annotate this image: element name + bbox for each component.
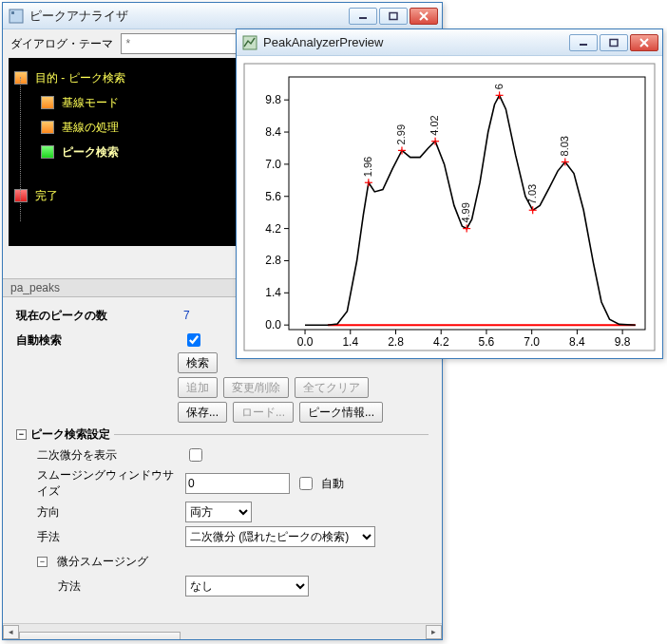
minimize-button[interactable] — [349, 8, 377, 25]
smooth-auto-label: 自動 — [321, 476, 344, 492]
show-2nd-deriv-checkbox[interactable] — [189, 448, 202, 462]
close-button[interactable] — [410, 8, 438, 25]
tree-node-icon — [41, 121, 54, 134]
svg-text:0.0: 0.0 — [297, 335, 314, 349]
svg-text:9.8: 9.8 — [265, 93, 281, 106]
svg-text:1.4: 1.4 — [342, 335, 358, 349]
svg-text:1.96: 1.96 — [362, 157, 373, 177]
deriv-smoothing-label: 微分スムージング — [57, 554, 148, 570]
group-peak-search-settings: ピーク検索設定 — [30, 426, 110, 443]
svg-text:5.6: 5.6 — [479, 335, 495, 349]
method-select[interactable]: 二次微分 (隠れたピークの検索) — [185, 526, 375, 547]
minimize-button[interactable] — [569, 34, 598, 51]
tree-peak-search[interactable]: ピーク検索 — [62, 144, 119, 161]
svg-rect-3 — [390, 12, 397, 19]
auto-search-checkbox[interactable] — [187, 333, 200, 347]
app-icon — [9, 9, 24, 24]
scroll-right-arrow[interactable]: ▸ — [426, 625, 442, 639]
svg-rect-11 — [244, 64, 655, 350]
peak-count-label: 現在のピークの数 — [16, 308, 178, 324]
peak-preview-window: PeakAnalyzerPreview 0.01.42.84.25.67.08.… — [236, 28, 663, 359]
theme-label: ダイアログ・テーマ — [10, 36, 113, 52]
titlebar[interactable]: ピークアナライザ — [3, 3, 442, 29]
svg-text:7.03: 7.03 — [526, 184, 538, 204]
svg-rect-8 — [610, 39, 618, 46]
svg-text:2.99: 2.99 — [395, 124, 407, 144]
svg-text:7.0: 7.0 — [524, 335, 540, 349]
svg-text:4.2: 4.2 — [433, 335, 449, 349]
svg-text:4.99: 4.99 — [460, 202, 471, 222]
edit-button[interactable]: 変更/削除 — [223, 377, 289, 398]
svg-text:4.02: 4.02 — [429, 115, 440, 135]
titlebar[interactable]: PeakAnalyzerPreview — [237, 29, 662, 56]
peak-chart: 0.01.42.84.25.67.08.49.80.01.42.84.25.67… — [237, 56, 662, 358]
svg-text:4.2: 4.2 — [265, 222, 281, 236]
svg-text:2.8: 2.8 — [265, 254, 281, 267]
window-title: PeakAnalyzerPreview — [263, 35, 569, 49]
svg-text:0.0: 0.0 — [265, 318, 281, 331]
scroll-thumb[interactable] — [19, 632, 181, 639]
direction-select[interactable]: 両方 — [185, 502, 252, 522]
tree-node-icon — [41, 145, 54, 159]
search-button[interactable]: 検索 — [178, 352, 218, 373]
window-title: ピークアナライザ — [29, 8, 349, 25]
tree-root[interactable]: 目的 - ピーク検索 — [35, 70, 125, 86]
svg-text:8.4: 8.4 — [265, 125, 281, 139]
app-icon — [242, 35, 257, 50]
peak-info-button[interactable]: ピーク情報... — [299, 402, 383, 423]
method-label: 手法 — [37, 529, 180, 545]
tree-node-icon — [14, 71, 28, 85]
collapse-toggle-deriv[interactable]: − — [37, 557, 48, 567]
maximize-button[interactable] — [600, 34, 628, 51]
add-button[interactable]: 追加 — [178, 377, 218, 398]
direction-label: 方向 — [37, 504, 180, 521]
horizontal-scrollbar[interactable]: ◂ ▸ — [3, 623, 442, 639]
tree-node-icon — [41, 96, 54, 109]
load-button[interactable]: ロード... — [233, 402, 294, 423]
scroll-left-arrow[interactable]: ◂ — [3, 625, 19, 639]
smooth-auto-checkbox[interactable] — [299, 477, 313, 490]
svg-text:8.4: 8.4 — [569, 335, 585, 349]
deriv-method-select[interactable]: なし — [185, 576, 309, 597]
close-button[interactable] — [630, 34, 658, 51]
svg-text:5.6: 5.6 — [265, 190, 281, 203]
smooth-window-input[interactable] — [185, 473, 290, 494]
tree-node-icon — [14, 189, 28, 202]
collapse-toggle[interactable]: − — [16, 429, 27, 440]
auto-search-label: 自動検索 — [16, 332, 178, 349]
svg-text:9.8: 9.8 — [615, 335, 631, 349]
peak-count-value: 7 — [183, 309, 190, 322]
svg-rect-1 — [11, 11, 14, 14]
deriv-method-label: 方法 — [58, 578, 180, 595]
svg-text:8.03: 8.03 — [559, 136, 570, 156]
smooth-window-label: スムージングウィンドウサイズ — [37, 467, 180, 500]
save-button[interactable]: 保存... — [178, 402, 227, 423]
tree-baseline-process[interactable]: 基線の処理 — [62, 120, 119, 136]
maximize-button[interactable] — [379, 8, 408, 25]
tree-done[interactable]: 完了 — [35, 188, 58, 204]
tree-baseline-mode[interactable]: 基線モード — [62, 95, 119, 111]
svg-text:1.4: 1.4 — [265, 286, 281, 299]
svg-text:7.0: 7.0 — [265, 158, 281, 171]
clear-button[interactable]: 全てクリア — [295, 377, 369, 398]
show-2nd-deriv-label: 二次微分を表示 — [37, 447, 180, 464]
svg-text:2.8: 2.8 — [388, 335, 404, 349]
svg-text:6: 6 — [493, 84, 505, 89]
